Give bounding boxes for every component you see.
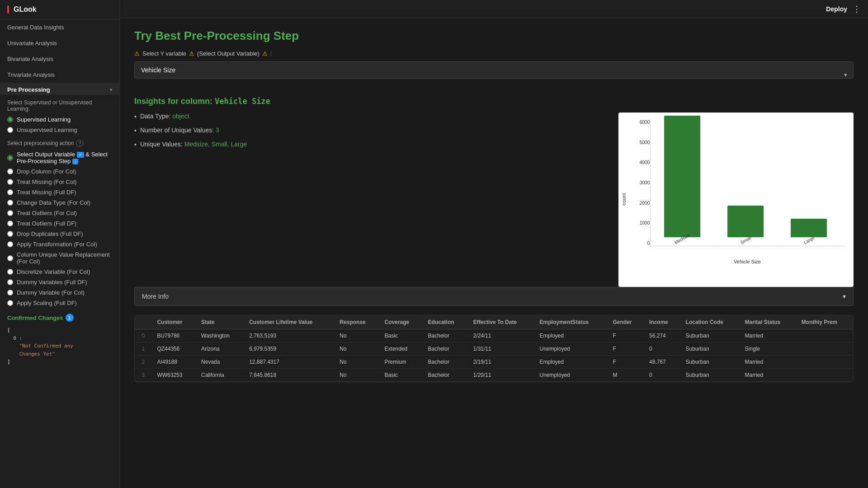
page-title: Try Best Pre-Processing Step: [134, 29, 854, 43]
sidebar-logo: GLook: [0, 0, 119, 19]
insight-datatype: • Data Type: object: [134, 113, 600, 120]
action-dummy-var-col[interactable]: Dummy Variable (For Col): [0, 287, 119, 298]
bar-small-rect: [727, 206, 764, 237]
row-2-clv: 12,887.4317: [244, 356, 334, 369]
row-1-clv: 6,979.5359: [244, 343, 334, 356]
json-display: [ 0 : "Not Confirmed any Changes Yet" ]: [7, 324, 112, 368]
action-drop-col[interactable]: Drop Column (For Col): [0, 166, 119, 177]
menu-icon[interactable]: ⋮: [853, 4, 861, 14]
row-2-coverage: Premium: [379, 356, 423, 369]
col-effective: Effective To Date: [468, 315, 534, 329]
row-1-monthly: [796, 343, 853, 356]
action-col-unique-val[interactable]: Column Unique Value Replacement (For Col…: [0, 249, 119, 267]
action-treat-outliers-col[interactable]: Treat Outliers (For Col): [0, 208, 119, 218]
confirmed-badge: 1: [66, 314, 74, 322]
row-0-response: No: [334, 329, 379, 343]
col-gender: Gender: [608, 315, 644, 329]
action-treat-missing-col[interactable]: Treat Missing (For Col): [0, 177, 119, 187]
supervised-option[interactable]: Supervised Learning: [0, 114, 119, 125]
data-table: Customer State Customer Lifetime Value R…: [135, 315, 853, 382]
warning-icon-2: ⚠: [189, 50, 194, 57]
action-label: Select preprocessing action ?: [0, 135, 119, 149]
column-dropdown[interactable]: Vehicle Size: [134, 61, 854, 79]
row-0-employment: Employed: [534, 329, 608, 343]
col-coverage: Coverage: [379, 315, 423, 329]
row-3-state: California: [196, 369, 244, 382]
table-row: 2 AI49188 Nevada 12,887.4317 No Premium …: [135, 356, 853, 369]
row-0-state: Washington: [196, 329, 244, 343]
confirmed-changes-title: Confirmed Changes 1: [7, 314, 112, 322]
col-response: Response: [334, 315, 379, 329]
warning-text-2: (Select Output Variable): [197, 50, 259, 57]
row-3-education: Bachelor: [423, 369, 468, 382]
insight-unique-count: • Number of Unique Values: 3: [134, 127, 600, 134]
row-2-marital: Married: [740, 356, 796, 369]
row-0-income: 56,274: [644, 329, 680, 343]
row-0-monthly: [796, 329, 853, 343]
bar-large: Large: [791, 219, 827, 246]
row-0-location: Suburban: [680, 329, 740, 343]
action-treat-missing-df[interactable]: Treat Missing (Full DF): [0, 187, 119, 197]
bar-medsize-rect: [664, 116, 700, 237]
nav-preprocessing[interactable]: Pre Processing ▾: [0, 83, 119, 95]
action-dummy-vars-df[interactable]: Dummy Variables (Full DF): [0, 277, 119, 287]
action-scaling[interactable]: Apply Scaling (Full DF): [0, 298, 119, 308]
y-tick-6000: 6000: [640, 120, 650, 125]
action-drop-duplicates[interactable]: Drop Duplicates (Full DF): [0, 229, 119, 239]
action-discretize[interactable]: Discretize Variable (For Col): [0, 267, 119, 277]
row-2-index: 2: [135, 356, 151, 369]
row-1-index: 1: [135, 343, 151, 356]
row-1-employment: Unemployed: [534, 343, 608, 356]
insights-title: Insights for column: Vehicle Size: [134, 97, 854, 106]
warning-colon: :: [270, 50, 272, 57]
bar-large-rect: [791, 219, 827, 237]
nav-univariate[interactable]: Univariate Analysis: [0, 35, 119, 51]
datatype-value: object: [172, 113, 189, 120]
row-1-customer: QZ44356: [151, 343, 196, 356]
row-0-customer: BU79786: [151, 329, 196, 343]
row-2-education: Bachelor: [423, 356, 468, 369]
col-monthly: Monthly Prem: [796, 315, 853, 329]
row-2-state: Nevada: [196, 356, 244, 369]
unsupervised-option[interactable]: Unsupervised Learning: [0, 125, 119, 135]
nav-bivariate[interactable]: Bivariate Analysis: [0, 51, 119, 67]
action-transformation[interactable]: Apply Transformation (For Col): [0, 239, 119, 249]
more-info-bar[interactable]: More Info ▾: [134, 287, 854, 306]
row-3-customer: WW63253: [151, 369, 196, 382]
insight-unique-values: • Unique Values: Medsize, Small, Large: [134, 141, 600, 148]
row-2-response: No: [334, 356, 379, 369]
row-2-income: 48,767: [644, 356, 680, 369]
warning-text-1: Select Y variable: [142, 50, 186, 57]
chart-bars: Medsize Small Large: [651, 120, 840, 246]
row-1-location: Suburban: [680, 343, 740, 356]
nav-trivariate[interactable]: Trivariate Analysis: [0, 67, 119, 83]
help-icon[interactable]: ?: [76, 140, 83, 147]
row-3-response: No: [334, 369, 379, 382]
row-0-index: 0: [135, 329, 151, 343]
bar-medsize: Medsize: [664, 116, 700, 246]
column-dropdown-wrapper: Vehicle Size ▾: [134, 61, 854, 88]
col-customer: Customer: [151, 315, 196, 329]
y-tick-3000: 3000: [640, 180, 650, 185]
col-employment: EmploymentStatus: [534, 315, 608, 329]
row-1-income: 0: [644, 343, 680, 356]
more-info-label: More Info: [142, 293, 169, 300]
action-change-dtype[interactable]: Change Data Type (For Col): [0, 197, 119, 208]
table-row: 0 BU79786 Washington 2,763.5193 No Basic…: [135, 329, 853, 343]
action-treat-outliers-df[interactable]: Treat Outliers (Full DF): [0, 218, 119, 229]
row-3-clv: 7,645.8618: [244, 369, 334, 382]
deploy-button[interactable]: Deploy: [826, 5, 847, 13]
y-axis-label: count: [621, 193, 627, 206]
col-clv: Customer Lifetime Value: [244, 315, 334, 329]
confirmed-changes-section: Confirmed Changes 1 [ 0 : "Not Confirmed…: [0, 310, 119, 371]
row-2-monthly: [796, 356, 853, 369]
row-0-coverage: Basic: [379, 329, 423, 343]
row-0-marital: Married: [740, 329, 796, 343]
row-1-gender: F: [608, 343, 644, 356]
unique-values-value: Medsize, Small, Large: [184, 141, 247, 148]
row-1-marital: Single: [740, 343, 796, 356]
row-0-gender: F: [608, 329, 644, 343]
nav-general[interactable]: General Data Insights: [0, 19, 119, 35]
data-table-wrapper: Customer State Customer Lifetime Value R…: [134, 315, 854, 382]
action-select-output[interactable]: Select Output Variable ✓ & Select Pre-Pr…: [0, 149, 119, 166]
